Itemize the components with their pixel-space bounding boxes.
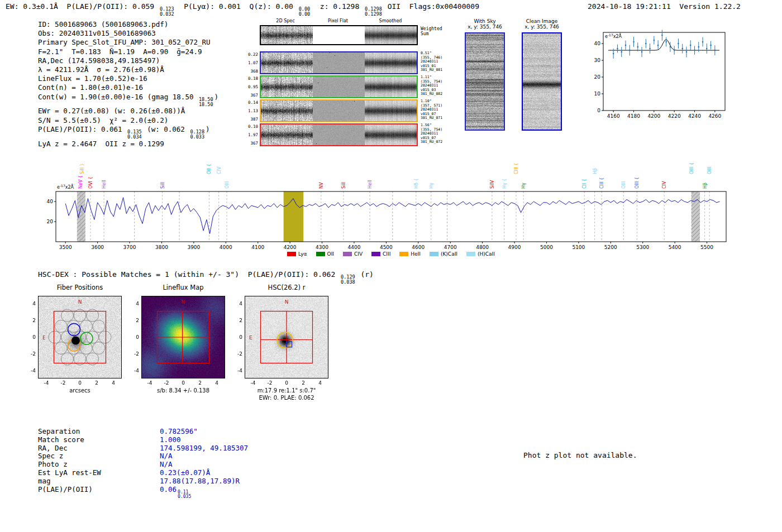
- fiber-circle: [93, 342, 105, 354]
- data-point: [702, 41, 704, 43]
- compass-east-label: E: [42, 335, 46, 341]
- spec2d-row-stats: 0.221.07368: [244, 52, 258, 73]
- legend-swatch: [287, 252, 296, 256]
- data-point: [674, 50, 675, 51]
- compass-north-label: N: [182, 299, 185, 305]
- line-marker-label: OII {: [207, 164, 212, 174]
- stacked-uncertainty: 0.1290.038: [341, 275, 355, 285]
- spec-image: [261, 26, 313, 44]
- data-point: [661, 35, 663, 36]
- match-table-row: Photo zN/A: [38, 461, 248, 469]
- line-marker-label: NeV {: [78, 175, 83, 189]
- data-point: [617, 48, 618, 50]
- x-tick-label: 5400: [669, 245, 681, 250]
- data-point: [678, 43, 679, 45]
- data-point: [633, 41, 635, 43]
- x-tick-label: 3700: [123, 245, 136, 250]
- match-table-row: RA, Dec174.598199, 49.185307: [38, 444, 248, 453]
- match-row-value: 174.598199, 49.185307: [160, 444, 248, 453]
- weighted-sum-box: [260, 25, 418, 45]
- x-tick-label: 5100: [572, 245, 585, 250]
- legend-swatch: [399, 252, 408, 256]
- with-sky-panel: With Sky x, y: 355, 746: [462, 18, 507, 30]
- stacked-uncertainty: 0.110.035: [178, 490, 191, 500]
- clean-image-title: Clean Image: [519, 18, 564, 24]
- info-line: λ = 4211.92Å σ = 2.76(±0.98)Å: [38, 65, 218, 74]
- line-marker-label: OIII: [707, 167, 712, 174]
- x-tick-label: 4: [210, 380, 223, 386]
- legend-item: OII: [316, 251, 334, 257]
- spec2d-row-2: [260, 75, 418, 98]
- cutout-title: Fiber Positions: [27, 284, 133, 291]
- cutout-frame: N: [141, 296, 225, 378]
- spec2d-row-annotation: 1.10" (357, 571) 20240311 v015_07 301_RU…: [421, 99, 442, 121]
- x-tick-label: 4900: [508, 245, 521, 250]
- x-tick-label: 4600: [412, 245, 425, 250]
- x-tick-label: 5200: [604, 245, 617, 250]
- x-tick-label: 3900: [187, 245, 200, 250]
- line-marker-label: SiIV: [490, 180, 495, 189]
- match-row-value: 1.000: [160, 436, 181, 444]
- match-table-row: Est LyA rest-EW0.23(±0.07)Å: [38, 469, 248, 477]
- x-tick-label: 4160: [607, 113, 620, 119]
- legend-swatch: [343, 252, 352, 256]
- x-tick-label: -2: [160, 380, 173, 386]
- x-tick-label: 2: [297, 380, 310, 386]
- fiber-circle: [49, 331, 61, 343]
- detection-centroid-dot: [71, 337, 80, 345]
- smooth-image: [365, 124, 417, 145]
- y-tick-label: -2: [129, 351, 139, 357]
- legend-item: (K)CaII: [430, 251, 457, 257]
- data-point: [686, 51, 688, 53]
- fiber-circle: [99, 331, 111, 343]
- match-row-value: 17.88(17.88,17.89)R: [160, 477, 240, 486]
- x-tick-label: 4800: [476, 245, 489, 250]
- line-marker-label: CII {: [582, 179, 587, 189]
- spec-image: [261, 124, 313, 145]
- white-image: [313, 26, 365, 44]
- x-tick-label: 2: [193, 380, 207, 386]
- x-tick-label: 4200: [284, 245, 297, 250]
- cutout-frame: NE: [38, 296, 122, 378]
- x-tick-label: 4000: [220, 245, 232, 250]
- flat-image: [313, 124, 365, 145]
- legend-label: (H)CaII: [478, 251, 495, 257]
- legend-label: OII: [327, 251, 334, 257]
- x-tick-label: 3800: [155, 245, 168, 250]
- info-line: Obs: 20240311v015_5001689063: [38, 29, 218, 38]
- match-row-label: mag: [38, 477, 160, 486]
- spec2d-row-annotation: 1.56" (355, 754) 20240311 v015_07 301_RU…: [421, 123, 442, 145]
- stacked-uncertainty: 0.1350.034: [127, 130, 142, 140]
- line-fit-plot: 010203040416041804200422042404260e-17x2Å: [581, 26, 732, 126]
- with-sky-image: [465, 32, 505, 131]
- y-tick-label: -2: [232, 351, 242, 357]
- data-point: [714, 50, 716, 51]
- flat-image: [313, 52, 365, 73]
- compass-north-label: N: [285, 299, 289, 305]
- match-row-value: N/A: [160, 461, 173, 469]
- legend-label: Lyα: [298, 251, 307, 257]
- x-tick-label: 0: [177, 380, 190, 386]
- fiber-circle: [55, 342, 67, 354]
- legend-swatch: [316, 252, 325, 256]
- y-tick-label: -4: [129, 368, 139, 373]
- match-row-label: RA, Dec: [38, 444, 160, 453]
- compass-east-label: E: [249, 335, 252, 341]
- x-tick-label: -2: [263, 380, 276, 386]
- aperture-square: [54, 311, 106, 363]
- clean-image-panel: Clean Image x, y: 355, 746: [519, 18, 564, 30]
- match-table-row: P(LAE)/P(OII)0.060.110.035: [38, 486, 248, 500]
- fiber-circle: [80, 320, 92, 333]
- spec2d-row-annotation: 1.11" (355, 754) 20240311 v015_03 301_RU…: [421, 75, 442, 97]
- y-tick-label: -4: [232, 368, 242, 373]
- info-line: Cont(n) = 1.80(±0.01)e-16: [38, 83, 218, 92]
- y-tick-label: 10: [594, 91, 601, 97]
- flat-image: [313, 76, 365, 97]
- cutout-title: Lineflux Map: [130, 284, 236, 291]
- x-tick-label: 4700: [444, 245, 457, 250]
- line-marker-label: CIV: [217, 166, 222, 174]
- x-tick-label: 4: [107, 380, 120, 386]
- line-marker-label: OIII: [621, 181, 626, 189]
- spec2d-row-stats: 0.101.97367: [244, 124, 258, 145]
- compass-north-label: N: [78, 299, 82, 305]
